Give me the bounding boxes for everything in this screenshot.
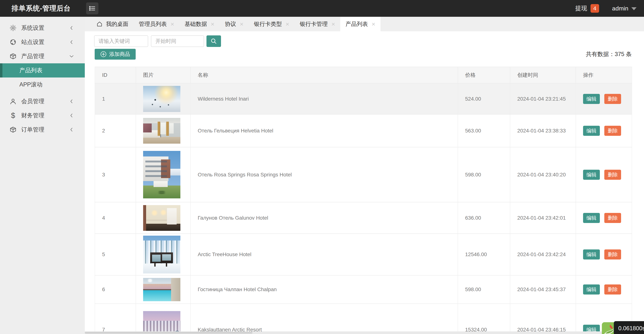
horizontal-scrollbar[interactable] <box>85 332 644 334</box>
cell-actions: 编辑 删除 <box>576 83 632 114</box>
delete-button[interactable]: 删除 <box>604 213 621 223</box>
debug-time: 0.061800s <box>618 325 644 332</box>
chevron-left-icon <box>69 39 74 45</box>
cell-created: 2024-01-04 23:38:33 <box>510 114 576 147</box>
tab-label: 银行卡类型 <box>254 20 282 28</box>
sidebar-item-finance-management[interactable]: $ 财务管理 <box>0 108 85 122</box>
topbar: 排单系统-管理后台 提现 4 admin <box>0 0 644 17</box>
sidebar-toggle-button[interactable] <box>86 2 98 14</box>
tab-close-icon[interactable]: × <box>211 21 214 27</box>
cell-price: 598.00 <box>458 147 510 202</box>
withdraw-menu-item[interactable]: 提现 4 <box>575 4 599 13</box>
sidebar-item-label: 站点设置 <box>21 38 69 46</box>
tab-label: 基础数据 <box>185 20 207 28</box>
sidebar-item-product-list[interactable]: 产品列表 <box>0 63 85 78</box>
table-row: 2 Отель Гельвеция Helvetia Hotel 563.00 … <box>95 114 632 147</box>
cell-actions: 编辑 删除 <box>576 234 632 275</box>
sidebar-item-label: 财务管理 <box>21 112 69 120</box>
edit-button[interactable]: 编辑 <box>583 126 600 136</box>
tab-close-icon[interactable]: × <box>240 21 244 27</box>
cell-price: 524.00 <box>458 83 510 114</box>
delete-button[interactable]: 删除 <box>604 126 621 136</box>
sidebar-gap <box>0 92 85 94</box>
product-image-dark-cabin-snowy-forest <box>143 236 180 274</box>
menu-list-icon <box>88 5 96 12</box>
dollar-icon: $ <box>9 112 17 120</box>
sidebar-item-member-management[interactable]: 会员管理 <box>0 94 85 108</box>
start-date-input[interactable] <box>151 36 204 47</box>
delete-button[interactable]: 删除 <box>604 250 621 260</box>
magnifier-icon <box>210 38 217 45</box>
edit-button[interactable]: 编辑 <box>583 250 600 260</box>
scrollbar-thumb[interactable] <box>85 332 252 334</box>
cell-price: 15324.00 <box>458 304 510 334</box>
table-row: 6 Гостиница Чалпан Hotel Chalpan 598.00 … <box>95 275 632 304</box>
tab-4[interactable]: 协议 × <box>220 17 249 31</box>
keyword-search-input[interactable] <box>94 36 148 47</box>
edit-button[interactable]: 编辑 <box>583 94 600 104</box>
edit-button[interactable]: 编辑 <box>583 170 600 180</box>
tab-close-icon[interactable]: × <box>170 21 174 27</box>
app-title: 排单系统-管理后台 <box>12 4 70 13</box>
tab-2[interactable]: 管理员列表 × <box>134 17 180 31</box>
tab-1[interactable]: 我的桌面 <box>91 17 134 31</box>
delete-button[interactable]: 删除 <box>604 94 621 104</box>
cell-name: Отель Rosa Springs Rosa Springs Hotel <box>190 147 458 202</box>
sidebar-item-label: APP滚动 <box>20 81 85 88</box>
cell-name: Отель Гельвеция Helvetia Hotel <box>190 114 458 147</box>
table-row: 7 Kakslauttanen Arctic Resort 15324.00 2… <box>95 304 632 334</box>
network-icon <box>9 38 17 46</box>
tab-7[interactable]: 产品列表 × <box>340 17 380 31</box>
column-header: ID <box>95 67 136 83</box>
cell-created: 2024-01-04 23:45:37 <box>510 275 576 304</box>
tab-close-icon[interactable]: × <box>286 21 290 27</box>
sidebar-item-order-management[interactable]: 订单管理 <box>0 122 85 137</box>
tab-close-icon[interactable]: × <box>331 21 335 27</box>
total-count: 共有数据：375 条 <box>586 50 632 58</box>
user-menu[interactable]: admin <box>612 5 636 12</box>
cell-id: 1 <box>95 83 136 114</box>
search-button[interactable] <box>206 36 221 47</box>
cell-price: 598.00 <box>458 275 510 304</box>
tab-6[interactable]: 银行卡管理 × <box>294 17 340 31</box>
cell-image <box>136 275 190 304</box>
chevron-left-icon <box>69 25 74 31</box>
edit-button[interactable]: 编辑 <box>583 213 600 223</box>
cell-actions: 编辑 删除 <box>576 114 632 147</box>
cell-image <box>136 147 190 202</box>
main-content: 添加商品 共有数据：375 条 ID图片名称价格创建时间操作 1 Wildern… <box>85 31 644 334</box>
table-row: 4 Галунов Отель Galunov Hotel 636.00 202… <box>95 202 632 234</box>
column-header: 价格 <box>458 67 510 83</box>
box-icon <box>9 52 17 60</box>
chevron-left-icon <box>69 113 74 118</box>
withdraw-label: 提现 <box>575 4 587 12</box>
sidebar-item-product-management[interactable]: 产品管理 <box>0 49 85 63</box>
tabbar: 我的桌面 管理员列表 × 基础数据 × 协议 × 银行卡类型 × 银行卡管理 ×… <box>85 17 644 31</box>
withdraw-count-badge: 4 <box>590 4 599 13</box>
sidebar-item-app-scroll[interactable]: APP滚动 <box>0 78 85 92</box>
delete-button[interactable]: 删除 <box>604 170 621 180</box>
cell-id: 6 <box>95 275 136 304</box>
gear-icon <box>9 24 17 32</box>
delete-button[interactable]: 删除 <box>604 284 621 294</box>
tab-5[interactable]: 银行卡类型 × <box>249 17 294 31</box>
cell-image <box>136 83 190 114</box>
chevron-left-icon <box>69 98 74 104</box>
add-product-button[interactable]: 添加商品 <box>95 49 136 60</box>
sidebar-item-system-settings[interactable]: 系统设置 <box>0 21 85 35</box>
products-table: ID图片名称价格创建时间操作 1 Wilderness Hotel Inari … <box>95 67 632 334</box>
cell-image <box>136 114 190 147</box>
tab-label: 协议 <box>225 20 236 28</box>
caret-down-icon <box>631 7 636 10</box>
edit-button[interactable]: 编辑 <box>583 284 600 294</box>
tab-3[interactable]: 基础数据 × <box>180 17 220 31</box>
sidebar-item-site-settings[interactable]: 站点设置 <box>0 35 85 49</box>
cell-created: 2024-01-04 23:42:24 <box>510 234 576 275</box>
cell-price: 636.00 <box>458 202 510 234</box>
tab-close-icon[interactable]: × <box>372 21 375 27</box>
cell-created: 2024-01-04 23:40:20 <box>510 147 576 202</box>
cell-image <box>136 202 190 234</box>
tab-label: 管理员列表 <box>139 20 167 28</box>
product-image-glass-igloos-winter-dusk <box>143 311 180 334</box>
cell-created: 2024-01-04 23:42:01 <box>510 202 576 234</box>
